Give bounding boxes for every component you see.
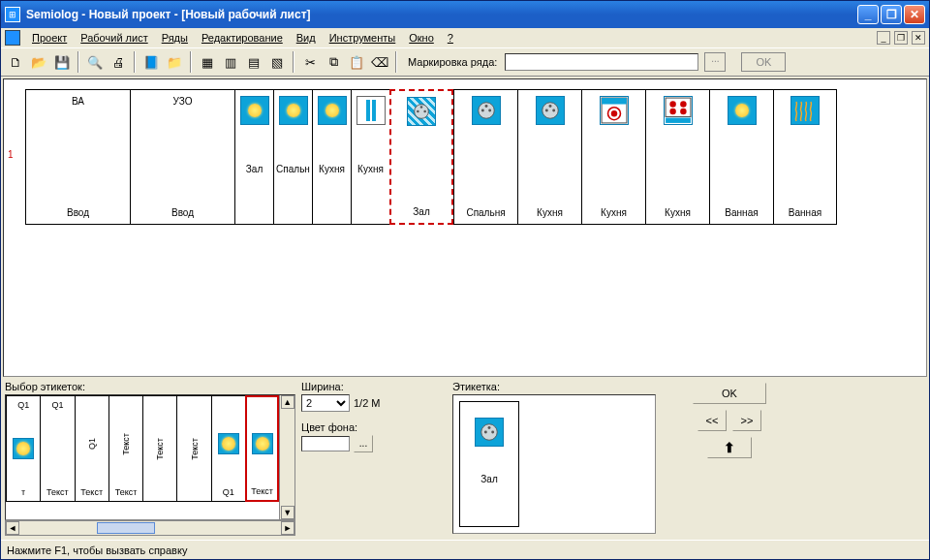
slot-bottom-label: Спальня [466, 207, 505, 218]
picker-item[interactable]: Q1Текст [40, 395, 74, 502]
grid1-icon[interactable]: ▦ [197, 51, 218, 73]
menu-rows[interactable]: Ряды [156, 30, 194, 46]
row-strip: ВАВводУЗОВводЗалСпальнКухняКухняЗалСпаль… [25, 89, 837, 225]
grid2-icon[interactable]: ▥ [220, 51, 241, 73]
menubar: Проект Рабочий лист Ряды Редактирование … [1, 28, 929, 47]
cut-icon[interactable]: ✂ [299, 51, 321, 73]
scroll-left-icon[interactable]: ◄ [6, 521, 19, 535]
close-button[interactable]: ✕ [904, 5, 925, 24]
picker-vscroll[interactable]: ▲▼ [279, 395, 294, 519]
erase-icon[interactable]: ⌫ [369, 51, 390, 73]
next-button[interactable]: >> [732, 410, 761, 431]
label-picker-pane: Выбор этикеток: Q1тQ1ТекстQ1ТекстТекстТе… [5, 379, 295, 551]
svg-point-2 [423, 110, 426, 113]
print-icon[interactable]: 🖨 [108, 51, 129, 73]
picker-item[interactable]: Текст [142, 395, 176, 502]
scroll-thumb[interactable] [97, 522, 155, 534]
row-slot[interactable]: Спальня [453, 89, 517, 225]
svg-point-25 [488, 426, 491, 429]
folder-icon[interactable]: 📁 [164, 51, 185, 73]
picker-vlabel: Q1 [87, 438, 97, 450]
row-slot[interactable]: Кухня [581, 89, 645, 225]
prev-button[interactable]: << [698, 410, 727, 431]
scroll-down-icon[interactable]: ▼ [281, 506, 294, 519]
toolbar: 🗋 📂 💾 🔍 🖨 📘 📁 ▦ ▥ ▤ ▧ ✂ ⧉ 📋 ⌫ Маркировка… [1, 47, 929, 77]
statusbar-text: Нажмите F1, чтобы вызвать справку [7, 544, 187, 556]
grid4-icon[interactable]: ▧ [266, 51, 288, 73]
preview-icon[interactable]: 🔍 [84, 51, 106, 73]
slot-bottom-label: Кухня [601, 207, 627, 218]
menu-help[interactable]: ? [442, 30, 459, 46]
row-slot[interactable]: ВАВвод [25, 89, 130, 225]
minimize-button[interactable]: _ [857, 5, 879, 24]
picker-item[interactable]: Текст [176, 395, 210, 502]
width-select[interactable]: 2 [301, 394, 350, 412]
bg-swatch[interactable] [301, 436, 350, 451]
preview-label: Зал [480, 474, 497, 484]
maximize-button[interactable]: ❐ [881, 5, 902, 24]
ok-button[interactable]: OK [693, 383, 766, 404]
light-icon [252, 433, 273, 454]
menu-edit[interactable]: Редактирование [196, 30, 289, 46]
picker-item[interactable]: Q1т [6, 395, 40, 502]
svg-rect-16 [666, 98, 691, 116]
slot-bottom-label: Ванная [789, 207, 822, 218]
new-icon[interactable]: 🗋 [5, 51, 26, 73]
menu-window[interactable]: Окно [403, 30, 440, 46]
svg-rect-21 [666, 118, 691, 123]
row-slot[interactable]: УЗОВвод [130, 89, 234, 225]
picker-vlabel: Текст [190, 438, 200, 460]
row-number: 1 [8, 149, 14, 160]
marker-browse[interactable]: ... [704, 52, 726, 72]
preview-slot: Зал [459, 401, 519, 527]
menu-view[interactable]: Вид [291, 30, 322, 46]
scroll-up-icon[interactable]: ▲ [281, 395, 294, 409]
mdi-close[interactable]: ✕ [912, 31, 925, 45]
up-button[interactable]: ⬆ [707, 437, 752, 458]
picker-item[interactable]: Q1Текст [75, 395, 108, 502]
save-icon[interactable]: 💾 [51, 51, 73, 73]
row-slot[interactable]: Кухня [645, 89, 709, 225]
row-slot[interactable]: Кухня [517, 89, 581, 225]
picker-item[interactable]: Текст [245, 395, 279, 502]
menu-tools[interactable]: Инструменты [324, 30, 402, 46]
mdi-restore[interactable]: ❐ [894, 31, 908, 45]
light-icon [728, 96, 757, 125]
light-icon [318, 96, 347, 125]
bg-browse[interactable]: ... [354, 435, 373, 452]
scroll-right-icon[interactable]: ► [281, 521, 294, 535]
row-slot[interactable]: Зал [234, 89, 273, 225]
light-icon [218, 433, 239, 454]
row-slot[interactable]: Ванная [773, 89, 837, 225]
row-slot[interactable]: Кухня [312, 89, 351, 225]
picker-vlabel: Текст [155, 438, 165, 460]
row-slot[interactable]: Кухня [351, 89, 389, 225]
menu-project[interactable]: Проект [26, 30, 73, 46]
open-icon[interactable]: 📂 [28, 51, 49, 73]
light-icon [240, 96, 269, 125]
row-slot[interactable]: Ванная [709, 89, 773, 225]
cooktop-icon [664, 96, 693, 125]
row-slot[interactable]: Спальн [273, 89, 312, 225]
slot-top-label: УЗО [173, 96, 193, 107]
picker-hscroll[interactable]: ◄ ► [5, 520, 295, 536]
row-slot[interactable]: Зал [389, 89, 453, 225]
picker-body[interactable]: Q1тQ1ТекстQ1ТекстТекстТекстТекстТекстQ1Т… [5, 394, 295, 520]
marker-ok[interactable]: OK [741, 52, 786, 72]
paste-icon[interactable]: 📋 [346, 51, 367, 73]
marker-input[interactable] [505, 53, 698, 71]
menu-worksheet[interactable]: Рабочий лист [75, 30, 153, 46]
svg-point-15 [610, 110, 616, 116]
grid3-icon[interactable]: ▤ [243, 51, 264, 73]
book-icon[interactable]: 📘 [140, 51, 162, 73]
picker-item[interactable]: ТекстТекст [108, 395, 142, 502]
slot-top-label: ВА [72, 96, 84, 107]
picker-item[interactable]: Q1 [211, 395, 245, 502]
slot-bottom-label: Спальн [276, 164, 310, 174]
picker-bottom: Текст [251, 486, 273, 496]
picker-bottom: т [21, 487, 25, 497]
copy-icon[interactable]: ⧉ [323, 51, 344, 73]
mdi-minimize[interactable]: _ [877, 31, 890, 45]
slot-bottom-label: Ванная [725, 207, 758, 218]
svg-point-5 [480, 109, 483, 112]
